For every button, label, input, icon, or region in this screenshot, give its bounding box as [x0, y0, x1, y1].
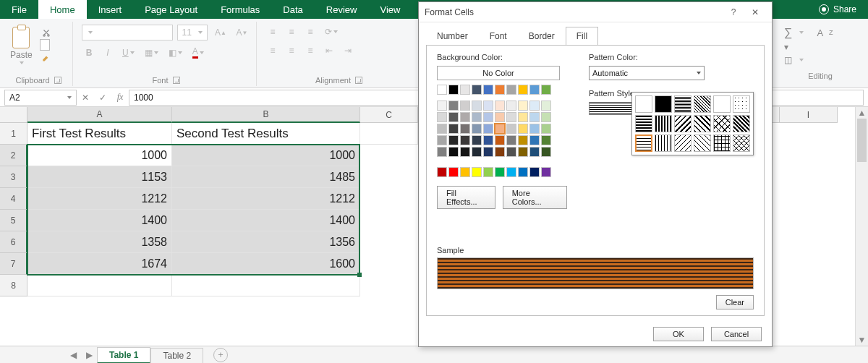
color-swatch[interactable] — [541, 147, 551, 157]
color-swatch[interactable] — [472, 124, 482, 134]
align-middle-icon[interactable]: ≡ — [284, 25, 299, 39]
color-swatch[interactable] — [506, 124, 516, 134]
color-swatch[interactable] — [506, 147, 516, 157]
tab-home[interactable]: Home — [38, 0, 87, 19]
standard-color-swatch[interactable] — [483, 167, 493, 177]
cell-b1[interactable]: Second Test Results — [172, 123, 360, 145]
color-swatch[interactable] — [437, 112, 447, 122]
color-swatch[interactable] — [460, 101, 470, 111]
color-swatch[interactable] — [529, 135, 540, 145]
tab-formulas[interactable]: Formulas — [209, 0, 271, 19]
cell-b5[interactable]: 1400 — [172, 210, 360, 231]
standard-color-swatch[interactable] — [448, 167, 459, 177]
sheet-nav-prev[interactable]: ◀ — [67, 349, 80, 362]
color-swatch[interactable] — [506, 85, 516, 95]
dialog-help-button[interactable]: ? — [723, 2, 744, 22]
cell-a7[interactable]: 1674 — [27, 253, 172, 275]
color-swatch[interactable] — [541, 101, 551, 111]
share-button[interactable]: Share — [807, 0, 868, 19]
clear-button[interactable]: ◫ — [784, 55, 856, 65]
color-swatch[interactable] — [448, 112, 459, 122]
color-swatch[interactable] — [529, 124, 540, 134]
tab-page-layout[interactable]: Page Layout — [133, 0, 209, 19]
tab-insert[interactable]: Insert — [87, 0, 134, 19]
clipboard-dialog-launcher[interactable] — [54, 77, 61, 84]
pattern-6gray[interactable] — [733, 95, 750, 113]
fill-color-button[interactable]: ◧ — [166, 46, 185, 60]
color-swatch[interactable] — [483, 124, 493, 134]
fx-icon[interactable]: fx — [111, 88, 129, 106]
fill-button[interactable]: ▾ — [784, 42, 856, 52]
cell-c1[interactable] — [360, 123, 418, 145]
cell-b2[interactable]: 1000 — [172, 145, 360, 166]
standard-color-swatch[interactable] — [529, 167, 540, 177]
color-swatch[interactable] — [483, 135, 493, 145]
cancel-button[interactable]: Cancel — [711, 327, 762, 341]
standard-color-swatch[interactable] — [495, 167, 505, 177]
color-swatch[interactable] — [472, 135, 482, 145]
scroll-thumb[interactable] — [857, 119, 867, 162]
fill-handle[interactable] — [357, 273, 362, 277]
copy-icon[interactable] — [41, 40, 50, 51]
align-top-icon[interactable]: ≡ — [265, 25, 280, 39]
sheet-tab-1[interactable]: Table 1 — [97, 347, 150, 363]
color-swatch[interactable] — [437, 124, 447, 134]
sheet-tab-2[interactable]: Table 2 — [150, 348, 203, 363]
align-left-icon[interactable]: ≡ — [265, 43, 280, 58]
pattern-thin-hcross[interactable] — [713, 134, 731, 152]
color-swatch[interactable] — [437, 101, 447, 111]
row-header-5[interactable]: 5 — [0, 210, 27, 231]
pattern-color-dropdown[interactable]: Automatic — [589, 66, 705, 80]
standard-color-swatch[interactable] — [506, 167, 516, 177]
color-swatch[interactable] — [529, 147, 540, 157]
color-swatch[interactable] — [472, 147, 482, 157]
pattern-hstripe[interactable] — [635, 115, 652, 132]
pattern-thin-vstripe[interactable] — [655, 134, 672, 152]
autosum-button[interactable]: ∑ AZ — [784, 26, 856, 39]
dlg-tab-border[interactable]: Border — [518, 27, 566, 45]
color-swatch[interactable] — [506, 101, 516, 111]
color-swatch[interactable] — [518, 112, 528, 122]
pattern-solid[interactable] — [655, 95, 672, 113]
color-swatch[interactable] — [518, 147, 528, 157]
font-size-select[interactable]: 11 — [177, 25, 208, 40]
col-header-a[interactable]: A — [27, 107, 172, 123]
cell-a6[interactable]: 1358 — [27, 231, 172, 253]
color-swatch[interactable] — [460, 147, 470, 157]
tab-file[interactable]: File — [0, 0, 38, 19]
color-swatch[interactable] — [495, 101, 505, 111]
color-swatch[interactable] — [506, 135, 516, 145]
cell-a5[interactable]: 1400 — [27, 210, 172, 231]
scroll-up-icon[interactable]: ▲ — [856, 107, 868, 119]
cell-a2[interactable]: 1000 — [27, 145, 172, 166]
color-swatch[interactable] — [460, 124, 470, 134]
color-swatch[interactable] — [495, 85, 505, 95]
color-swatch[interactable] — [518, 124, 528, 134]
tab-data[interactable]: Data — [271, 0, 314, 19]
dlg-tab-fill[interactable]: Fill — [566, 27, 598, 45]
color-swatch[interactable] — [541, 112, 551, 122]
color-swatch[interactable] — [448, 101, 459, 111]
standard-color-swatch[interactable] — [437, 167, 447, 177]
more-colors-button[interactable]: More Colors... — [503, 186, 567, 209]
color-swatch[interactable] — [437, 147, 447, 157]
row-header-3[interactable]: 3 — [0, 166, 27, 188]
scroll-down-icon[interactable]: ▼ — [856, 334, 868, 346]
row-header-6[interactable]: 6 — [0, 231, 27, 253]
formula-enter-icon[interactable]: ✓ — [94, 88, 111, 106]
color-swatch[interactable] — [460, 112, 470, 122]
col-header-b[interactable]: B — [172, 107, 360, 123]
color-swatch[interactable] — [495, 124, 505, 134]
formula-cancel-icon[interactable]: ✕ — [77, 88, 94, 106]
pattern-diagcross[interactable] — [713, 115, 731, 132]
pattern-thin-ldiag[interactable] — [694, 134, 711, 152]
dlg-tab-number[interactable]: Number — [426, 27, 479, 45]
pattern-12gray[interactable] — [713, 95, 731, 113]
color-swatch[interactable] — [529, 112, 540, 122]
font-dialog-launcher[interactable] — [173, 77, 180, 84]
cell-b4[interactable]: 1212 — [172, 188, 360, 210]
color-swatch[interactable] — [518, 135, 528, 145]
color-swatch[interactable] — [448, 135, 459, 145]
decrease-font-icon[interactable]: A▼ — [234, 25, 250, 40]
color-swatch[interactable] — [460, 135, 470, 145]
